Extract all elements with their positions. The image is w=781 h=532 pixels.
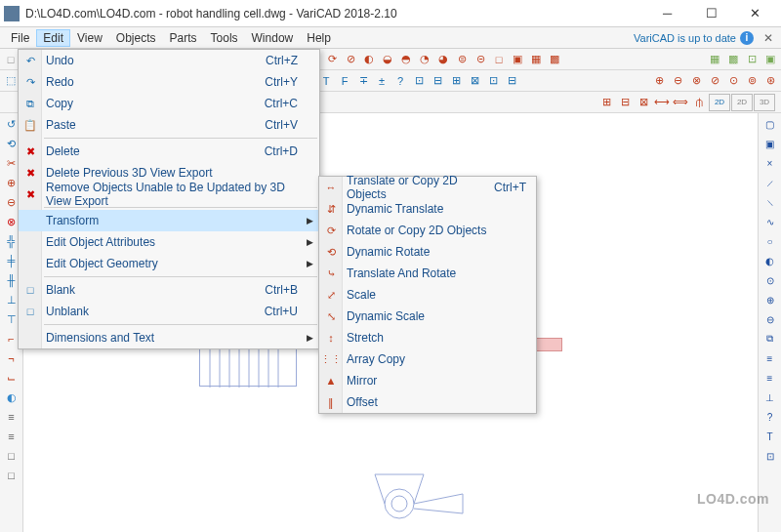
right-tool-btn[interactable]: ⟍ [761,193,779,211]
menu-item-blank[interactable]: □BlankCtrl+B [19,279,319,301]
left-tool-btn[interactable]: ≡ [3,428,21,445]
right-tool-btn[interactable]: ⧉ [761,330,779,348]
menu-item-paste[interactable]: 📋PasteCtrl+V [19,114,319,136]
right-tool-btn[interactable]: × [761,154,779,172]
menu-view[interactable]: View [70,29,109,47]
submenu-item-offset[interactable]: ‖Offset [319,391,536,413]
left-tool-btn[interactable]: ¬ [3,349,21,367]
right-tool-btn[interactable]: ⟋ [761,174,779,191]
toolbar-view-btn[interactable]: ▩ [724,51,742,68]
menu-edit[interactable]: Edit [36,29,70,47]
toolbar-btn[interactable]: ⟳ [323,51,341,68]
toolbar-btn[interactable]: ⊚ [743,72,760,90]
menu-tools[interactable]: Tools [204,29,245,47]
right-tool-btn[interactable]: ⊙ [761,271,779,289]
left-tool-btn[interactable]: ≡ [3,408,21,426]
toolbar-btn[interactable]: ± [373,72,390,90]
toolbar-btn[interactable]: ⊟ [503,72,520,90]
toolbar-btn[interactable]: □ [490,51,508,68]
toolbar-btn[interactable]: ⊠ [635,94,652,111]
toolbar-btn[interactable]: ⊡ [484,72,502,90]
menu-item-delete[interactable]: ✖DeleteCtrl+D [19,141,319,162]
toolbar-btn[interactable]: ⊘ [342,51,359,68]
submenu-item-dynamic-rotate[interactable]: ⟲Dynamic Rotate [319,241,536,263]
right-tool-btn[interactable]: ◐ [761,252,779,269]
toolbar-btn[interactable]: ? [391,72,409,90]
toolbar-btn[interactable]: ⊗ [687,72,705,90]
menu-item-redo[interactable]: ↷RedoCtrl+Y [19,71,319,93]
toolbar-btn[interactable]: ∓ [354,72,372,90]
menu-objects[interactable]: Objects [109,29,163,47]
right-tool-btn[interactable]: ≡ [761,369,779,387]
submenu-item-scale[interactable]: ⤢Scale [319,284,536,306]
menu-file[interactable]: File [4,29,36,47]
submenu-item-dynamic-translate[interactable]: ⇵Dynamic Translate [319,198,536,220]
toolbar-btn[interactable]: ◐ [360,51,378,68]
toolbar-btn[interactable]: ⊞ [597,94,615,111]
toolbar-btn[interactable]: ◔ [416,51,433,68]
submenu-item-translate-or-copy-2d-objects[interactable]: ↔Translate or Copy 2D ObjectsCtrl+T [319,177,536,198]
info-icon[interactable]: i [740,31,754,45]
left-tool-btn[interactable]: ◐ [3,389,21,406]
toolbar-view-btn[interactable]: ▦ [706,51,723,68]
menu-item-copy[interactable]: ⧉CopyCtrl+C [19,93,319,114]
submenu-item-rotate-or-copy-2d-objects[interactable]: ⟳Rotate or Copy 2D Objects [319,220,536,241]
right-tool-btn[interactable]: ▢ [761,115,779,133]
toolbar-btn[interactable]: ⊟ [616,94,634,111]
toolbar-btn[interactable]: ⊛ [761,72,779,90]
view-mode-btn[interactable]: 2D [709,94,730,111]
toolbar-btn[interactable]: ⊖ [669,72,686,90]
menu-item-remove-objects-unable-to-be-updated-by-3d-view-export[interactable]: ✖Remove Objects Unable to Be Updated by … [19,184,319,205]
toolbar-btn[interactable]: ⊡ [410,72,428,90]
toolbar-btn[interactable]: ⊙ [724,72,742,90]
right-tool-btn[interactable]: ≡ [761,349,779,367]
right-tool-btn[interactable]: ⊕ [761,291,779,308]
toolbar-btn[interactable]: ⊠ [466,72,483,90]
toolbar-btn[interactable]: ⊘ [706,72,723,90]
toolbar-btn[interactable]: ⫛ [690,94,708,111]
submenu-item-dynamic-scale[interactable]: ⤡Dynamic Scale [319,306,536,327]
toolbar-btn[interactable]: ▦ [527,51,545,68]
toolbar-btn[interactable]: ⟷ [653,94,671,111]
minimize-button[interactable]: ─ [645,0,689,27]
right-tool-btn[interactable]: T [761,428,779,445]
toolbar-btn[interactable]: ▩ [546,51,563,68]
close-button[interactable]: ✕ [733,0,777,27]
toolbar-btn[interactable]: ◒ [379,51,396,68]
right-tool-btn[interactable]: ? [761,408,779,426]
left-tool-btn[interactable]: □ [3,447,21,465]
right-tool-btn[interactable]: ▣ [761,135,779,152]
toolbar-btn[interactable]: ◕ [434,51,452,68]
right-tool-btn[interactable]: ∿ [761,213,779,230]
toolbar-btn[interactable]: ▣ [509,51,526,68]
toolbar-btn[interactable]: ⊝ [472,51,489,68]
menu-window[interactable]: Window [245,29,301,47]
submenu-item-array-copy[interactable]: ⋮⋮Array Copy [319,348,536,370]
left-tool-btn[interactable]: ⌙ [3,369,21,387]
left-tool-btn[interactable]: □ [3,467,21,484]
menu-item-transform[interactable]: Transform▶ [19,210,319,231]
right-tool-btn[interactable]: ⊡ [761,447,779,465]
toolbar-btn[interactable]: ◓ [397,51,415,68]
submenu-item-translate-and-rotate[interactable]: ⤷Translate And Rotate [319,263,536,284]
menu-item-dimensions-and-text[interactable]: Dimensions and Text▶ [19,327,319,348]
view-mode-btn[interactable]: 2D [731,94,753,111]
toolbar-view-btn[interactable]: ⊡ [743,51,760,68]
right-tool-btn[interactable]: ⊥ [761,389,779,406]
right-tool-btn[interactable]: ○ [761,232,779,250]
menu-item-edit-object-attributes[interactable]: Edit Object Attributes▶ [19,231,319,253]
toolbar-view-btn[interactable]: ▣ [761,51,779,68]
maximize-button[interactable]: ☐ [689,0,733,27]
menu-item-undo[interactable]: ↶UndoCtrl+Z [19,50,319,71]
right-tool-btn[interactable]: ⊖ [761,310,779,328]
toolbar-btn[interactable]: ⟺ [672,94,689,111]
toolbar-btn[interactable]: ⊞ [447,72,465,90]
toolbar-btn[interactable]: F [336,72,353,90]
menu-item-edit-object-geometry[interactable]: Edit Object Geometry▶ [19,253,319,274]
menu-help[interactable]: Help [300,29,338,47]
view-mode-btn[interactable]: 3D [754,94,775,111]
menu-item-unblank[interactable]: □UnblankCtrl+U [19,301,319,322]
toolbar-btn[interactable]: ⊜ [453,51,471,68]
close-panel-icon[interactable]: ✕ [760,31,777,45]
menu-parts[interactable]: Parts [163,29,204,47]
